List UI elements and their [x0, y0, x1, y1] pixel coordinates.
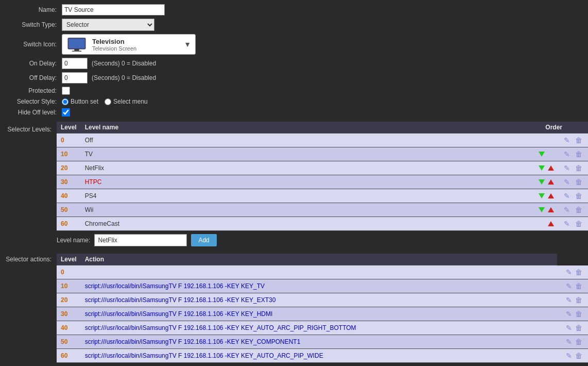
on-delay-input[interactable]	[62, 58, 88, 69]
level-name: PS4	[81, 189, 306, 203]
level-name-label: Level name:	[57, 237, 90, 244]
edit-level-button[interactable]: ✎	[562, 163, 572, 173]
table-row: 60script:///usr/local/bin/iSamsungTV F 1…	[57, 348, 588, 362]
edit-action-button[interactable]: ✎	[564, 309, 574, 319]
edit-level-button[interactable]: ✎	[562, 205, 572, 214]
action-text: script:///usr/local/bin/iSamsungTV F 192…	[81, 321, 557, 335]
delete-action-button[interactable]: 🗑	[574, 281, 584, 291]
svg-rect-4	[72, 51, 82, 52]
level-name-input[interactable]	[94, 234, 187, 246]
selector-levels-table: Level Level name Order 0Off ✎🗑10TV ✎🗑20N…	[57, 122, 588, 231]
delete-action-button[interactable]: 🗑	[574, 337, 584, 346]
delete-level-button[interactable]: 🗑	[574, 149, 584, 159]
on-delay-desc: (Seconds) 0 = Disabled	[92, 60, 156, 67]
levels-table-body: 0Off ✎🗑10TV ✎🗑20NetFlix ✎🗑30HTPC ✎🗑40PS4…	[57, 134, 588, 231]
name-row: Name:	[0, 4, 588, 15]
switch-icon-row: Switch Icon: Television Television Scree…	[0, 34, 588, 55]
delete-level-button[interactable]: 🗑	[574, 205, 584, 214]
edit-action-button[interactable]: ✎	[564, 268, 574, 277]
delete-action-button[interactable]: 🗑	[574, 323, 584, 332]
table-row: 0Off ✎🗑	[57, 134, 588, 147]
protected-checkbox[interactable]	[62, 87, 70, 95]
arrow-up-button[interactable]	[547, 163, 555, 173]
table-row: 50Wii ✎🗑	[57, 203, 588, 217]
table-row: 20script:///usr/local/bin/iSamsungTV F 1…	[57, 293, 588, 307]
edit-action-button[interactable]: ✎	[564, 323, 574, 332]
delete-level-button[interactable]: 🗑	[574, 163, 584, 173]
selector-style-label: Selector Style:	[5, 98, 62, 105]
actions-header-row: Level Action	[57, 254, 588, 265]
order-controls: ✎🗑	[306, 217, 589, 231]
table-row: 10script:///usr/local/bin/iSamsungTV F 1…	[57, 279, 588, 293]
switch-icon-dropdown[interactable]: Television Television Screen ▼	[62, 34, 196, 55]
switch-icon-label: Switch Icon:	[5, 41, 62, 48]
edit-action-button[interactable]: ✎	[564, 337, 574, 346]
arrow-down-button[interactable]	[538, 177, 545, 187]
level-name: Wii	[81, 203, 306, 217]
level-name: ChromeCast	[81, 217, 306, 231]
on-delay-label: On Delay:	[5, 60, 62, 67]
switch-icon-subtitle: Television Screen	[92, 45, 136, 52]
name-input[interactable]	[62, 4, 165, 15]
actions-table-body: 0✎🗑10script:///usr/local/bin/iSamsungTV …	[57, 265, 588, 363]
actions-col-level: Level	[57, 254, 81, 265]
add-level-button[interactable]: Add	[191, 234, 216, 246]
hide-off-level-checkbox[interactable]	[62, 108, 70, 117]
delete-level-button[interactable]: 🗑	[574, 219, 584, 228]
add-level-row: Level name: Add	[57, 231, 588, 249]
table-row: 20NetFlix ✎🗑	[57, 161, 588, 175]
level-number: 40	[57, 189, 81, 203]
action-text: script:///usr/local/bin/iSamsungTV F 192…	[81, 348, 557, 362]
level-name: Off	[81, 134, 306, 147]
arrow-down-button[interactable]	[538, 205, 545, 214]
selector-levels-table-wrapper: Level Level name Order 0Off ✎🗑10TV ✎🗑20N…	[57, 122, 588, 249]
edit-level-button[interactable]: ✎	[562, 136, 572, 145]
hide-off-level-label: Hide Off level:	[5, 109, 62, 116]
delete-action-button[interactable]: 🗑	[574, 351, 584, 360]
arrow-down-button[interactable]	[538, 163, 545, 173]
action-text: script:///usr/local/bin/iSamsungTV F 192…	[81, 335, 557, 348]
edit-level-button[interactable]: ✎	[562, 149, 572, 159]
delete-level-button[interactable]: 🗑	[574, 191, 584, 201]
edit-level-button[interactable]: ✎	[562, 219, 572, 228]
edit-action-button[interactable]: ✎	[564, 295, 574, 305]
edit-level-button[interactable]: ✎	[562, 177, 572, 187]
edit-level-button[interactable]: ✎	[562, 191, 572, 201]
dropdown-arrow-icon: ▼	[184, 40, 191, 48]
table-row: 30HTPC ✎🗑	[57, 175, 588, 189]
arrow-down-button[interactable]	[538, 149, 545, 159]
table-row: 30script:///usr/local/bin/iSamsungTV F 1…	[57, 307, 588, 321]
selector-actions-section: Selector actions: Level Action 0✎🗑10scri…	[0, 252, 588, 363]
delete-action-button[interactable]: 🗑	[574, 309, 584, 319]
edit-action-button[interactable]: ✎	[564, 281, 574, 291]
level-name: HTPC	[81, 175, 306, 189]
action-text: script:///usr/local/bin/iSamsungTV F 192…	[81, 279, 557, 293]
radio-select-menu-input[interactable]	[105, 98, 111, 105]
arrow-up-button[interactable]	[547, 191, 555, 201]
delete-level-button[interactable]: 🗑	[574, 177, 584, 187]
switch-type-select[interactable]: Selector Button Toggle	[62, 19, 154, 31]
delete-action-button[interactable]: 🗑	[574, 268, 584, 277]
arrow-up-button[interactable]	[547, 177, 555, 187]
delete-level-button[interactable]: 🗑	[574, 136, 584, 145]
action-controls: ✎🗑	[557, 348, 588, 362]
delete-action-button[interactable]: 🗑	[574, 295, 584, 305]
selector-style-group: Button set Select menu	[62, 98, 148, 105]
arrow-down-button[interactable]	[538, 191, 545, 201]
action-level-number: 20	[57, 293, 81, 307]
selector-actions-table-wrapper: Level Action 0✎🗑10script:///usr/local/bi…	[57, 252, 588, 363]
radio-select-menu[interactable]: Select menu	[105, 98, 148, 105]
action-text: script:///usr/local/bin/iSamsungTV F 192…	[81, 307, 557, 321]
radio-button-set-input[interactable]	[62, 98, 68, 105]
order-controls: ✎🗑	[306, 175, 589, 189]
action-controls: ✎🗑	[557, 279, 588, 293]
off-delay-input[interactable]	[62, 72, 88, 84]
protected-row: Protected:	[0, 87, 588, 95]
edit-action-button[interactable]: ✎	[564, 351, 574, 360]
table-row: 40script:///usr/local/bin/iSamsungTV F 1…	[57, 321, 588, 335]
arrow-up-button[interactable]	[547, 205, 555, 214]
radio-button-set[interactable]: Button set	[62, 98, 98, 105]
action-text: script:///usr/local/bin/iSamsungTV F 192…	[81, 293, 557, 307]
protected-label: Protected:	[5, 87, 62, 94]
arrow-up-button[interactable]	[547, 219, 555, 228]
